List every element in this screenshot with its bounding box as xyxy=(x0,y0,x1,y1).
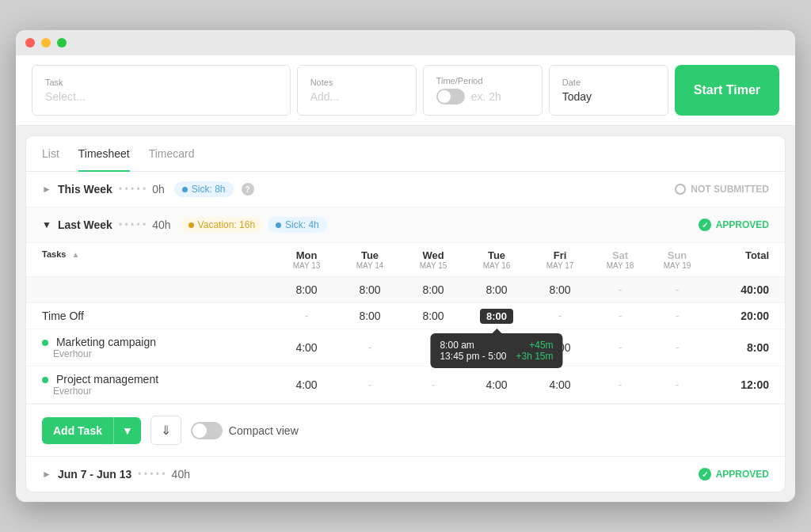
this-week-status: NOT SUBMITTED xyxy=(675,184,769,195)
this-week-row: ► This Week • • • • • 0h Sick: 8h ? NOT … xyxy=(26,172,785,207)
compact-view-toggle[interactable]: Compact view xyxy=(191,422,299,439)
timeoff-sun: - xyxy=(649,310,706,322)
task-placeholder: Select... xyxy=(45,90,277,103)
period-field[interactable]: Time/Period ex. 2h xyxy=(423,65,543,116)
marketing-sun[interactable]: - xyxy=(649,341,706,354)
hours-wed: 8:00 xyxy=(402,283,465,296)
col-total: Total xyxy=(706,249,769,270)
marketing-total: 8:00 xyxy=(706,341,769,354)
timeoff-tue2[interactable]: 8:00 8:00 am +45m 13:45 pm - 5:00 +3h 15… xyxy=(465,310,528,322)
project-fri[interactable]: 4:00 xyxy=(528,378,592,391)
timeoff-tue[interactable]: 8:00 xyxy=(338,310,402,322)
notes-field[interactable]: Notes Add... xyxy=(297,65,417,116)
hours-sun: - xyxy=(649,283,706,296)
col-wed: Wed MAY 15 xyxy=(402,249,465,270)
period-toggle[interactable] xyxy=(436,89,465,104)
col-fri: Fri MAY 17 xyxy=(528,249,592,270)
last-week-label: Last Week xyxy=(58,218,112,231)
timeoff-mon: - xyxy=(275,310,338,322)
approved-check-icon: ✓ xyxy=(699,218,711,231)
time-off-label: Time Off xyxy=(42,310,275,322)
project-sun[interactable]: - xyxy=(649,378,706,391)
hours-tue: 8:00 xyxy=(338,283,402,296)
timeoff-wed[interactable]: 8:00 xyxy=(402,310,465,322)
timeoff-sat: - xyxy=(592,310,649,322)
project-tue[interactable]: - xyxy=(338,378,402,391)
compact-label: Compact view xyxy=(229,424,299,437)
download-button[interactable]: ⇓ xyxy=(150,416,181,445)
titlebar xyxy=(16,30,795,55)
help-icon[interactable]: ? xyxy=(242,183,254,196)
marketing-dot xyxy=(42,340,48,346)
timeoff-total: 20:00 xyxy=(706,310,769,322)
hours-total-row: 8:00 8:00 8:00 8:00 8:00 - - 40:00 xyxy=(26,277,785,303)
col-tasks: Tasks ▲ xyxy=(42,249,275,270)
jun-chevron[interactable]: ► xyxy=(42,469,51,480)
marketing-label: Marketing campaign Everhour xyxy=(42,336,275,359)
maximize-button[interactable] xyxy=(57,38,67,48)
col-tue2: Tue MAY 16 xyxy=(465,249,528,270)
add-task-arrow-icon[interactable]: ▼ xyxy=(113,417,141,444)
sick-dot2 xyxy=(276,222,281,228)
jun-approved-icon: ✓ xyxy=(699,468,711,481)
last-week-dots: • • • • • xyxy=(119,219,146,230)
date-field[interactable]: Date Today xyxy=(549,65,668,116)
marketing-mon[interactable]: 4:00 xyxy=(275,341,338,354)
project-sub: Everhour xyxy=(42,386,275,397)
last-week-vacation-badge: Vacation: 16h xyxy=(181,217,264,233)
time-tooltip: 8:00 am +45m 13:45 pm - 5:00 +3h 15m xyxy=(430,333,562,368)
not-submitted-icon xyxy=(675,184,686,195)
main-window: Task Select... Notes Add... Time/Period … xyxy=(16,30,795,502)
tabs-bar: List Timesheet Timecard xyxy=(26,136,785,172)
project-sat[interactable]: - xyxy=(592,378,649,391)
hours-total: 40:00 xyxy=(706,283,769,296)
compact-toggle-input[interactable] xyxy=(191,422,223,439)
main-content: List Timesheet Timecard ► This Week • • … xyxy=(25,135,786,492)
sick-dot xyxy=(182,187,188,192)
marketing-row: Marketing campaign Everhour 4:00 - - - 4… xyxy=(26,329,785,367)
project-tue2[interactable]: 4:00 xyxy=(465,378,528,391)
col-tue: Tue MAY 14 xyxy=(338,249,402,270)
task-field[interactable]: Task Select... xyxy=(32,65,291,116)
tab-list[interactable]: List xyxy=(42,136,59,171)
start-timer-button[interactable]: Start Timer xyxy=(675,65,779,116)
this-week-chevron[interactable]: ► xyxy=(42,184,51,195)
add-task-button[interactable]: Add Task ▼ xyxy=(42,417,141,444)
period-label: Time/Period xyxy=(436,76,529,86)
project-row: Project management Everhour 4:00 - - 4:0… xyxy=(26,367,785,404)
last-week-row: ▼ Last Week • • • • • 40h Vacation: 16h … xyxy=(26,207,785,243)
jun-hours: 40h xyxy=(172,468,190,481)
hours-fri: 8:00 xyxy=(528,283,592,296)
header-bar: Task Select... Notes Add... Time/Period … xyxy=(16,55,795,126)
sort-icon[interactable]: ▲ xyxy=(71,250,79,259)
minimize-button[interactable] xyxy=(41,38,51,48)
col-mon: Mon MAY 13 xyxy=(275,249,338,270)
task-label: Task xyxy=(45,78,277,87)
vacation-dot xyxy=(188,222,194,228)
this-week-hours: 0h xyxy=(152,183,165,196)
this-week-label: This Week xyxy=(58,183,112,196)
bottom-bar: Add Task ▼ ⇓ Compact view xyxy=(26,404,785,456)
project-mon[interactable]: 4:00 xyxy=(275,378,338,391)
project-dot xyxy=(42,377,48,383)
jun-label: Jun 7 - Jun 13 xyxy=(58,468,131,481)
notes-label: Notes xyxy=(310,78,403,87)
marketing-sat[interactable]: - xyxy=(592,341,649,354)
project-wed[interactable]: - xyxy=(402,378,465,391)
marketing-sub: Everhour xyxy=(42,348,275,359)
tab-timesheet[interactable]: Timesheet xyxy=(78,136,130,171)
notes-placeholder: Add... xyxy=(310,90,403,103)
add-task-label: Add Task xyxy=(42,417,113,444)
close-button[interactable] xyxy=(25,38,35,48)
hours-sat: - xyxy=(592,283,649,296)
tab-timecard[interactable]: Timecard xyxy=(149,136,195,171)
last-week-chevron[interactable]: ▼ xyxy=(42,219,51,230)
time-off-row: Time Off - 8:00 8:00 8:00 8:00 am +45m 1… xyxy=(26,303,785,329)
timeoff-fri: - xyxy=(528,310,592,322)
table-header: Tasks ▲ Mon MAY 13 Tue MAY 14 Wed MAY 15… xyxy=(26,243,785,277)
this-week-dots: • • • • • xyxy=(119,184,146,195)
marketing-tue[interactable]: - xyxy=(338,341,402,354)
hours-mon: 8:00 xyxy=(275,283,338,296)
project-label: Project management Everhour xyxy=(42,373,275,397)
jun-dots: • • • • • xyxy=(138,469,165,480)
